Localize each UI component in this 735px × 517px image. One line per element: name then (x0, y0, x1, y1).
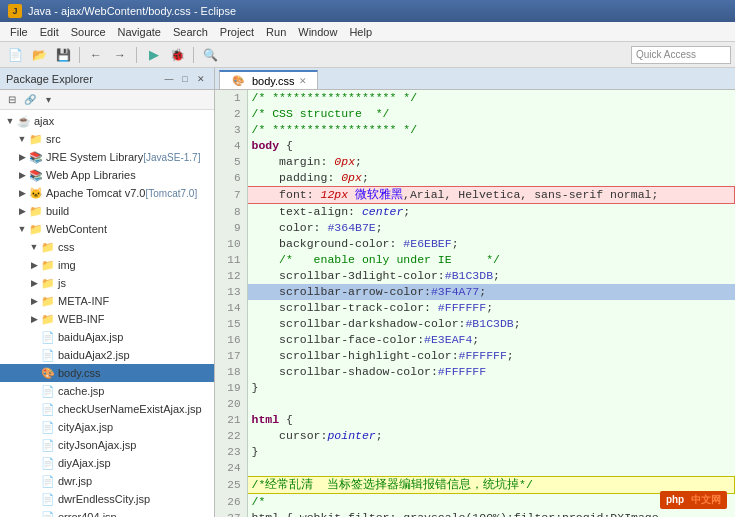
toolbar-forward[interactable]: → (109, 45, 131, 65)
panel-controls: — □ ✕ (162, 72, 208, 86)
code-line-14: 14 scrollbar-track-color: #FFFFFF; (215, 300, 735, 316)
quick-access-input[interactable]: Quick Access (631, 46, 731, 64)
jre-icon: 📚 (28, 149, 44, 165)
toggle-src[interactable] (16, 134, 28, 144)
tab-body-css[interactable]: 🎨 body.css ✕ (219, 70, 318, 89)
folder-meta-icon: 📁 (40, 293, 56, 309)
tree-item-webapp-libs[interactable]: 📚 Web App Libraries (0, 166, 214, 184)
toolbar-debug[interactable]: 🐞 (166, 45, 188, 65)
folder-src-icon: 📁 (28, 131, 44, 147)
tree-item-css-folder[interactable]: 📁 css (0, 238, 214, 256)
toggle-meta-inf[interactable] (28, 296, 40, 306)
code-line-16: 16 scrollbar-face-color:#E3EAF4; (215, 332, 735, 348)
panel-minimize[interactable]: — (162, 72, 176, 86)
file-checkuser-icon: 📄 (40, 401, 56, 417)
toggle-img[interactable] (28, 260, 40, 270)
toolbar-save[interactable]: 💾 (52, 45, 74, 65)
code-line-20: 20 (215, 396, 735, 412)
code-editor[interactable]: 1 /* ****************** */ 2 /* CSS stru… (215, 90, 735, 517)
tree-item-cityjsonajax[interactable]: 📄 cityJsonAjax.jsp (0, 436, 214, 454)
tree-item-baiduajax2[interactable]: 📄 baiduAjax2.jsp (0, 346, 214, 364)
file-cityjsonajax-icon: 📄 (40, 437, 56, 453)
tab-close[interactable]: ✕ (299, 76, 307, 86)
code-line-3: 3 /* ****************** */ (215, 122, 735, 138)
tree-item-dwr-endless[interactable]: 📄 dwrEndlessCity.jsp (0, 490, 214, 508)
watermark: php 中文网 (660, 491, 727, 509)
toggle-web-inf[interactable] (28, 314, 40, 324)
file-error404-icon: 📄 (40, 509, 56, 517)
toolbar-search[interactable]: 🔍 (199, 45, 221, 65)
explorer-menu-btn[interactable]: ▾ (40, 92, 56, 108)
tree-item-build[interactable]: 📁 build (0, 202, 214, 220)
tree-item-js[interactable]: 📁 js (0, 274, 214, 292)
toggle-tomcat[interactable] (16, 188, 28, 198)
toggle-webcontent[interactable] (16, 224, 28, 234)
tree-item-cache[interactable]: 📄 cache.jsp (0, 382, 214, 400)
link-editor-btn[interactable]: 🔗 (22, 92, 38, 108)
code-line-21: 21 html { (215, 412, 735, 428)
toggle-ajax[interactable] (4, 116, 16, 126)
code-line-25: 25 /*经常乱清 当标签选择器编辑报错信息，统坑掉*/ (215, 477, 735, 494)
menu-window[interactable]: Window (292, 25, 343, 39)
editor-panel: 🎨 body.css ✕ 1 /* ****************** */ … (215, 68, 735, 517)
tree-item-webcontent[interactable]: 📁 WebContent (0, 220, 214, 238)
code-line-24: 24 (215, 460, 735, 477)
code-table: 1 /* ****************** */ 2 /* CSS stru… (215, 90, 735, 517)
tree-item-cityajax[interactable]: 📄 cityAjax.jsp (0, 418, 214, 436)
panel-close[interactable]: ✕ (194, 72, 208, 86)
toolbar-sep-3 (193, 47, 194, 63)
tree-item-web-inf[interactable]: 📁 WEB-INF (0, 310, 214, 328)
panel-title: Package Explorer (6, 73, 93, 85)
code-line-19: 19 } (215, 380, 735, 396)
tree-item-ajax[interactable]: ☕ ajax (0, 112, 214, 130)
toolbar-open[interactable]: 📂 (28, 45, 50, 65)
tree-item-tomcat[interactable]: 🐱 Apache Tomcat v7.0 [Tomcat7.0] (0, 184, 214, 202)
toggle-build[interactable] (16, 206, 28, 216)
toolbar-sep-2 (136, 47, 137, 63)
toggle-js[interactable] (28, 278, 40, 288)
tree-item-img[interactable]: 📁 img (0, 256, 214, 274)
menu-project[interactable]: Project (214, 25, 260, 39)
toggle-css-folder[interactable] (28, 242, 40, 252)
menu-source[interactable]: Source (65, 25, 112, 39)
package-explorer-panel: Package Explorer — □ ✕ ⊟ 🔗 ▾ ☕ ajax 📁 (0, 68, 215, 517)
window-title: Java - ajax/WebContent/body.css - Eclips… (28, 5, 236, 17)
menu-navigate[interactable]: Navigate (112, 25, 167, 39)
toggle-webapp-libs[interactable] (16, 170, 28, 180)
menu-help[interactable]: Help (343, 25, 378, 39)
panel-explorer-header: Package Explorer — □ ✕ (0, 68, 214, 90)
code-line-22: 22 cursor:pointer; (215, 428, 735, 444)
tree-item-baiduajax[interactable]: 📄 baiduAjax.jsp (0, 328, 214, 346)
main-layout: Package Explorer — □ ✕ ⊟ 🔗 ▾ ☕ ajax 📁 (0, 68, 735, 517)
collapse-all-btn[interactable]: ⊟ (4, 92, 20, 108)
tree-item-meta-inf[interactable]: 📁 META-INF (0, 292, 214, 310)
file-cityajax-icon: 📄 (40, 419, 56, 435)
toolbar-new[interactable]: 📄 (4, 45, 26, 65)
watermark-label: php (666, 494, 684, 505)
file-diyajax-icon: 📄 (40, 455, 56, 471)
editor-tab-bar: 🎨 body.css ✕ (215, 68, 735, 90)
package-tree: ☕ ajax 📁 src 📚 JRE System Library [JavaS… (0, 110, 214, 517)
code-line-4: 4 body { (215, 138, 735, 154)
panel-maximize[interactable]: □ (178, 72, 192, 86)
toggle-jre[interactable] (16, 152, 28, 162)
tree-item-dwr[interactable]: 📄 dwr.jsp (0, 472, 214, 490)
code-line-9: 9 color: #364B7E; (215, 220, 735, 236)
menu-search[interactable]: Search (167, 25, 214, 39)
tree-item-checkuser[interactable]: 📄 checkUserNameExistAjax.jsp (0, 400, 214, 418)
file-jsp-icon-2: 📄 (40, 347, 56, 363)
menu-file[interactable]: File (4, 25, 34, 39)
tree-item-jre[interactable]: 📚 JRE System Library [JavaSE-1.7] (0, 148, 214, 166)
folder-webinf-icon: 📁 (40, 311, 56, 327)
tree-item-error404[interactable]: 📄 error404.jsp (0, 508, 214, 517)
toolbar-back[interactable]: ← (85, 45, 107, 65)
folder-js-icon: 📁 (40, 275, 56, 291)
toolbar-run[interactable]: ▶ (142, 45, 164, 65)
menu-edit[interactable]: Edit (34, 25, 65, 39)
tree-item-src[interactable]: 📁 src (0, 130, 214, 148)
tree-item-body-css[interactable]: 🎨 body.css (0, 364, 214, 382)
code-line-27: 27 html {-webkit-filter: grayscale(100%)… (215, 510, 735, 517)
folder-img-icon: 📁 (40, 257, 56, 273)
tree-item-diyajax[interactable]: 📄 diyAjax.jsp (0, 454, 214, 472)
menu-run[interactable]: Run (260, 25, 292, 39)
